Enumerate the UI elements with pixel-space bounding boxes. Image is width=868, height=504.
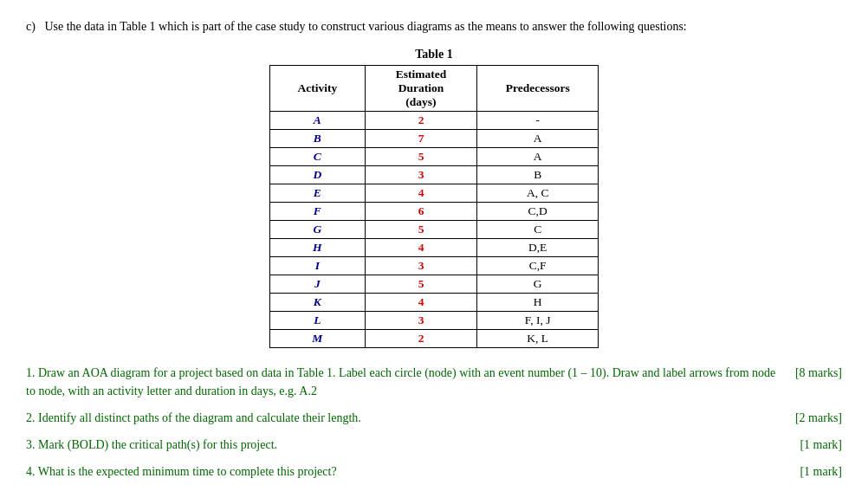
duration-cell: 3 bbox=[365, 166, 477, 184]
predecessors-cell: A bbox=[477, 148, 599, 166]
duration-cell: 6 bbox=[365, 203, 477, 221]
activity-cell: B bbox=[270, 130, 366, 148]
question-1-text: 1. Draw an AOA diagram for a project bas… bbox=[26, 364, 778, 400]
duration-cell: 4 bbox=[365, 294, 477, 312]
predecessors-cell: G bbox=[477, 275, 599, 294]
question-3-marks: [1 mark] bbox=[800, 436, 842, 454]
question-1-marks: [8 marks] bbox=[795, 364, 842, 400]
table-row: H4D,E bbox=[270, 239, 599, 257]
questions-section: 1. Draw an AOA diagram for a project bas… bbox=[26, 364, 842, 481]
duration-cell: 7 bbox=[365, 130, 477, 148]
intro-section: c) Use the data in Table 1 which is part… bbox=[26, 17, 842, 36]
activity-cell: M bbox=[270, 330, 366, 348]
question-2-text: 2. Identify all distinct paths of the di… bbox=[26, 409, 778, 427]
question-2-marks: [2 marks] bbox=[795, 409, 842, 427]
question-4-marks: [1 mark] bbox=[800, 462, 842, 481]
activity-cell: C bbox=[270, 148, 366, 166]
predecessors-cell: K, L bbox=[477, 330, 599, 348]
activity-cell: H bbox=[270, 239, 366, 257]
table-row: F6C,D bbox=[270, 203, 599, 221]
activity-table: Activity EstimatedDuration(days) Predece… bbox=[269, 65, 599, 348]
intro-label: c) bbox=[26, 20, 36, 33]
table-title: Table 1 bbox=[415, 48, 452, 61]
table-row: B7A bbox=[270, 130, 599, 148]
duration-cell: 3 bbox=[365, 312, 477, 330]
predecessors-cell: C,D bbox=[477, 203, 599, 221]
duration-cell: 3 bbox=[365, 257, 477, 275]
activity-cell: D bbox=[270, 166, 366, 184]
predecessors-cell: A, C bbox=[477, 184, 599, 203]
question-4-text: 4. What is the expected minimum time to … bbox=[26, 462, 782, 481]
table-row: L3F, I, J bbox=[270, 312, 599, 330]
predecessors-cell: - bbox=[477, 112, 599, 130]
table-row: G5C bbox=[270, 221, 599, 239]
table-row: K4H bbox=[270, 294, 599, 312]
predecessors-cell: A bbox=[477, 130, 599, 148]
intro-text: Use the data in Table 1 which is part of… bbox=[44, 20, 686, 33]
activity-cell: F bbox=[270, 203, 366, 221]
activity-cell: J bbox=[270, 275, 366, 294]
table-row: M2K, L bbox=[270, 330, 599, 348]
question-3: 3. Mark (BOLD) the critical path(s) for … bbox=[26, 436, 842, 454]
table-row: I3C,F bbox=[270, 257, 599, 275]
duration-cell: 2 bbox=[365, 330, 477, 348]
predecessors-cell: D,E bbox=[477, 239, 599, 257]
duration-cell: 2 bbox=[365, 112, 477, 130]
activity-cell: L bbox=[270, 312, 366, 330]
activity-cell: A bbox=[270, 112, 366, 130]
predecessors-cell: B bbox=[477, 166, 599, 184]
predecessors-cell: H bbox=[477, 294, 599, 312]
predecessors-cell: C,F bbox=[477, 257, 599, 275]
table-row: A2- bbox=[270, 112, 599, 130]
table-row: E4A, C bbox=[270, 184, 599, 203]
activity-cell: K bbox=[270, 294, 366, 312]
duration-cell: 5 bbox=[365, 221, 477, 239]
table-row: D3B bbox=[270, 166, 599, 184]
activity-cell: G bbox=[270, 221, 366, 239]
table-row: C5A bbox=[270, 148, 599, 166]
question-3-text: 3. Mark (BOLD) the critical path(s) for … bbox=[26, 436, 782, 454]
table-row: J5G bbox=[270, 275, 599, 294]
question-2: 2. Identify all distinct paths of the di… bbox=[26, 409, 842, 427]
question-1: 1. Draw an AOA diagram for a project bas… bbox=[26, 364, 842, 400]
header-predecessors: Predecessors bbox=[477, 66, 599, 112]
header-duration: EstimatedDuration(days) bbox=[365, 66, 477, 112]
duration-cell: 4 bbox=[365, 239, 477, 257]
header-activity: Activity bbox=[270, 66, 366, 112]
question-4: 4. What is the expected minimum time to … bbox=[26, 462, 842, 481]
duration-cell: 4 bbox=[365, 184, 477, 203]
activity-cell: E bbox=[270, 184, 366, 203]
intro-paragraph: c) Use the data in Table 1 which is part… bbox=[26, 17, 842, 36]
predecessors-cell: C bbox=[477, 221, 599, 239]
predecessors-cell: F, I, J bbox=[477, 312, 599, 330]
activity-cell: I bbox=[270, 257, 366, 275]
duration-cell: 5 bbox=[365, 148, 477, 166]
table-container: Table 1 Activity EstimatedDuration(days)… bbox=[26, 48, 842, 348]
duration-cell: 5 bbox=[365, 275, 477, 294]
